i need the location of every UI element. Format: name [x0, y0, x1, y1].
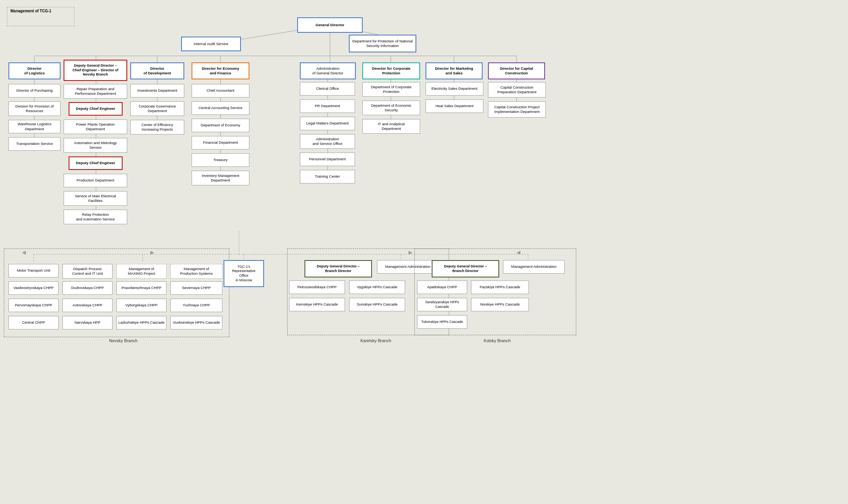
- mgmt-tcg1-box: Management of TCG-1: [7, 7, 74, 26]
- pravoberezhnaya-node: Pravoberezhnaya CHPP: [116, 281, 167, 295]
- warehouse-node: Warehouse Logistics Department: [8, 120, 61, 133]
- power-plants-node: Power Plants Operation Department: [64, 119, 127, 134]
- prod-systems-node: Management of Production Systems: [170, 264, 222, 279]
- inventory-node: Inventory Management Department: [192, 171, 249, 185]
- yuzhnaya-node: Yuzhnaya CHPP: [170, 299, 222, 312]
- investments-node: Investments Department: [130, 84, 184, 97]
- dir-capital-node: Director for Capital Construction: [488, 62, 545, 79]
- vuoksinskiye-node: Vuoksinskiye HPPs Cascade: [170, 316, 222, 329]
- dir-purchasing-node: Director of Purchasing: [8, 84, 61, 97]
- clerical-node: Clerical Office: [300, 82, 355, 96]
- nivskiye-node: Nivskiye HPPs Cascade: [471, 298, 529, 311]
- petrozavodskaya-node: Petrozavodskaya CHPP: [289, 281, 345, 294]
- dudrovskaya-node: Dudrovskaya CHPP: [62, 281, 113, 295]
- heat-sales-node: Heat Sales Department: [426, 99, 483, 113]
- personnel-node: Personnel Department: [300, 153, 355, 166]
- training-node: Training Center: [300, 170, 355, 183]
- mgmt-tcg1-label: Management of TCG-1: [10, 9, 51, 13]
- dir-economy-node: Director for Economy and Finance: [192, 62, 249, 79]
- narvskaya-node: Narvskaya HPP: [62, 316, 113, 329]
- dir-development-node: Director of Development: [130, 62, 184, 79]
- dept-econ-security-node: Department of Economic Security: [362, 101, 420, 115]
- tulomskiye-node: Tulomskiye HPPs Cascade: [417, 315, 467, 329]
- org-chart: Management of TCG-1 General Director Int…: [0, 0, 848, 504]
- motor-transport-node: Motor Transport Unit: [8, 264, 59, 277]
- repair-prep-node: Repair Preparation and Performance Depar…: [64, 84, 127, 99]
- dir-corporate-node: Director for Corporate Protection: [362, 62, 420, 79]
- apatitskaya-node: Apatitskaya CHPP: [417, 281, 467, 294]
- dept-corp-protection-node: Department of Corporate Protection: [362, 82, 420, 97]
- internal-audit-node: Internal Audit Service: [181, 37, 241, 51]
- maximo-node: Management of MAXIMO Project: [116, 264, 167, 279]
- dept-protection-node: Department for Protection of National Se…: [349, 35, 416, 52]
- ladozhskiye-node: Ladozhskiye HPPs Cascade: [116, 316, 167, 329]
- sunskiye-node: Sunskiye HPPs Cascade: [349, 298, 405, 311]
- chief-accountant-node: Chief Accountant: [192, 84, 249, 97]
- automation-node: Automation and Metrology Service: [64, 138, 127, 153]
- avtovskaya-node: Avtovskaya CHPP: [62, 299, 113, 312]
- pervomayskaya-node: Pervomayskaya CHPP: [8, 299, 59, 312]
- karelsky-deputy-node: Deputy General Director – Branch Directo…: [305, 260, 372, 277]
- vasileostryvskaya-node: Vasileostryvskaya CHPP: [8, 281, 59, 295]
- general-director-node: General Director: [297, 17, 363, 33]
- deputy-gd-node: Deputy General Director – Chief Engineer…: [64, 60, 127, 81]
- legal-node: Legal Matters Department: [300, 117, 355, 130]
- admin-gd-node: Administration of General Director: [300, 62, 356, 79]
- corp-governance-node: Corporate Governance Department: [130, 101, 184, 116]
- admin-service-node: Administration and Service Office: [300, 134, 355, 149]
- deputy-chief2-node: Deputy Chief Engineer: [69, 156, 123, 170]
- kolsky-deputy-node: Deputy General Director – Branch Directo…: [432, 260, 499, 277]
- dir-logistics-node: Director of Logistics: [8, 62, 61, 79]
- nevsky-branch-label: Nevsky Branch: [89, 338, 158, 343]
- kemskiye-node: Kemskiye HPPs Cascade: [289, 298, 345, 311]
- it-analytical-node: IT and Analytical Department: [362, 119, 420, 134]
- kolsky-mgmt-admin-node: Management Administration: [503, 260, 565, 274]
- service-main-node: Service of Main Electrical Facilities: [64, 191, 127, 206]
- pr-dept-node: PR Department: [300, 99, 355, 113]
- cap-construction-prep-node: Capital Construction Preparation Departm…: [488, 82, 546, 97]
- vygskiye-node: Vygskiye HPPs Cascade: [349, 281, 405, 294]
- dir-marketing-node: Director for Marketing and Sales: [426, 62, 483, 79]
- deputy-chief1-node: Deputy Chief Engineer: [69, 102, 123, 116]
- dispatch-node: Dispatch Process Control and IT Unit: [62, 264, 113, 279]
- severnaya-node: Severnaya CHPP: [170, 281, 222, 295]
- pazskiye-node: Pazskiye HPPs Cascade: [471, 281, 529, 294]
- serebryanskiye-node: Serebryanskiye HPPs Cascade: [417, 298, 467, 311]
- production-dept-node: Production Department: [64, 174, 127, 187]
- kolsky-branch-label: Kolsky Branch: [463, 338, 532, 343]
- transport-node: Transportation Service: [8, 137, 61, 151]
- karelsky-branch-label: Karelsky Branch: [337, 338, 414, 343]
- div-provision-node: Division for Provision of Resources: [8, 101, 61, 116]
- financial-node: Financial Department: [192, 136, 249, 150]
- center-efficiency-node: Center of Efficiency Increasing Projects: [130, 120, 184, 134]
- vyborgskaya-node: Vyborgskaya CHPP: [116, 299, 167, 312]
- central-chpp-node: Central CHPP: [8, 316, 59, 329]
- dept-economy-node: Department of Economy: [192, 119, 249, 132]
- moscow-office-node: TGC-1's Representative Office in Moscow: [224, 260, 264, 287]
- cap-construction-impl-node: Capital Construction Project Implementat…: [488, 101, 546, 118]
- treasury-node: Treasury: [192, 153, 249, 167]
- electricity-sales-node: Electricity Sales Department: [426, 82, 483, 96]
- relay-node: Relay Protection and Automation Service: [64, 210, 127, 224]
- central-accounting-node: Central Accounting Service: [192, 101, 249, 115]
